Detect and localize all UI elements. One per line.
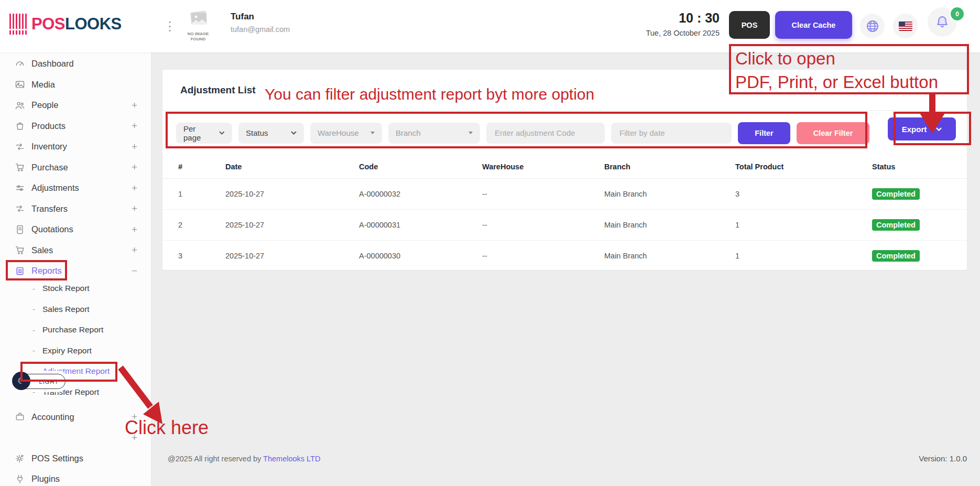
themelooks-link[interactable]: Themelooks LTD <box>263 455 320 463</box>
logo-text: POSLOOKS <box>31 14 122 35</box>
products-icon <box>15 121 25 131</box>
status-badge: Completed <box>872 219 920 231</box>
sidebar-item-plugins[interactable]: Plugins <box>0 469 151 486</box>
table-header-row: # Date Code WareHouse Branch Total Produ… <box>162 155 967 179</box>
sidebar-item-label: Transfers <box>31 204 132 214</box>
clock-time: 10 : 30 <box>679 10 720 26</box>
sidebar-item-purchase[interactable]: Purchase + <box>0 157 151 178</box>
expand-icon[interactable]: + <box>132 141 137 153</box>
pos-button[interactable]: POS <box>729 11 770 39</box>
sidebar-subitem-expiry-report[interactable]: - Expiry Report <box>0 340 151 361</box>
table-row: 1 2025-10-27 A-00000032 -- Main Branch 3… <box>162 179 967 210</box>
sidebar-subitem-stock-report[interactable]: - Stock Report <box>0 278 151 299</box>
sidebar-item-transfers[interactable]: Transfers + <box>0 199 151 220</box>
sidebar: Dashboard Media People + Products + Inve… <box>0 52 151 486</box>
expand-icon[interactable]: + <box>132 411 137 423</box>
version-text: Version: 1.0.0 <box>919 454 967 463</box>
sidebar-item-label: Media <box>31 80 137 90</box>
expand-icon[interactable]: + <box>132 100 137 111</box>
app-window: POSLOOKS ⋮ NO IMAGEFOUND Tufan tufan@gma… <box>0 0 980 486</box>
sidebar-item-label: Purchase <box>31 163 132 172</box>
no-image-caption: NO IMAGEFOUND <box>184 31 212 42</box>
hidden-item-icon <box>15 433 25 443</box>
expand-icon[interactable]: + <box>132 203 137 214</box>
filter-button[interactable]: Filter <box>738 122 790 144</box>
plugins-icon <box>15 474 25 484</box>
col-header: Date <box>225 163 359 171</box>
settings-gear-icon <box>15 453 25 463</box>
status-badge: Completed <box>872 188 920 200</box>
theme-toggle-label: LIGHT <box>39 379 59 385</box>
people-icon <box>15 100 25 111</box>
user-avatar[interactable]: NO IMAGEFOUND <box>184 10 212 42</box>
collapse-icon[interactable]: − <box>132 265 137 277</box>
sidebar-item-inventory[interactable]: Inventory + <box>0 136 151 157</box>
triangle-down-icon <box>371 132 375 134</box>
status-select[interactable]: Status <box>238 123 304 144</box>
sidebar-item-products[interactable]: Products + <box>0 116 151 137</box>
theme-toggle[interactable]: ☾ LIGHT <box>13 374 66 389</box>
table-row: 3 2025-10-27 A-00000030 -- Main Branch 1… <box>162 241 967 271</box>
sidebar-item-adjustments[interactable]: Adjustments + <box>0 178 151 199</box>
sidebar-collapse-icon[interactable]: ⋮ <box>164 15 176 38</box>
notification-count-badge: 0 <box>950 6 965 21</box>
sidebar-item-label: Reports <box>31 266 132 276</box>
reports-icon <box>15 266 25 276</box>
sidebar-item-sales[interactable]: Sales + <box>0 240 151 261</box>
warehouse-select[interactable]: WareHouse <box>310 123 382 144</box>
sidebar-item-label: Sales <box>31 245 132 255</box>
col-header: Branch <box>604 163 735 171</box>
filter-bar: Per page Status WareHouse Branch Filt <box>162 111 967 155</box>
status-badge: Completed <box>872 250 920 262</box>
sidebar-item-label: People <box>31 100 132 110</box>
table-row: 2 2025-10-27 A-00000031 -- Main Branch 1… <box>162 210 967 241</box>
us-flag-icon <box>899 21 912 31</box>
sidebar-item-label: Quotations <box>31 224 132 234</box>
moon-icon: ☾ <box>12 372 30 390</box>
sidebar-item-media[interactable]: Media <box>0 74 151 95</box>
sidebar-item-quotations[interactable]: Quotations + <box>0 219 151 240</box>
user-name[interactable]: Tufan <box>231 12 254 22</box>
chevron-down-icon <box>291 131 297 135</box>
sidebar-item-pos-settings[interactable]: POS Settings <box>0 448 151 469</box>
date-filter-input[interactable] <box>611 123 732 144</box>
col-header: Code <box>359 163 482 171</box>
sidebar-item-label: Plugins <box>31 474 137 484</box>
sidebar-subitem-purchase-report[interactable]: - Purchase Report <box>0 320 151 341</box>
user-email: tufan@gmail.com <box>231 25 290 34</box>
clear-filter-button[interactable]: Clear Filter <box>797 122 869 144</box>
main-content: Adjustment List Per page Status WareHous… <box>151 52 980 486</box>
adjustments-icon <box>15 183 25 193</box>
expand-icon[interactable]: + <box>132 182 137 194</box>
expand-icon[interactable]: + <box>132 224 137 235</box>
expand-icon[interactable]: + <box>132 120 137 132</box>
sidebar-item-hidden[interactable]: + <box>0 427 151 448</box>
clock-date: Tue, 28 October 2025 <box>646 29 720 37</box>
per-page-select[interactable]: Per page <box>176 123 232 144</box>
branch-select[interactable]: Branch <box>388 123 480 144</box>
sidebar-item-accounting[interactable]: Accounting + <box>0 407 151 428</box>
poslooks-logo[interactable]: POSLOOKS <box>9 14 122 35</box>
expand-icon[interactable]: + <box>132 161 137 173</box>
adjustment-code-input[interactable] <box>486 123 605 144</box>
expand-icon[interactable]: + <box>132 244 137 256</box>
clear-cache-button[interactable]: Clear Cache <box>775 11 852 39</box>
expand-icon[interactable]: + <box>132 432 137 444</box>
col-header: # <box>178 163 225 171</box>
language-globe-button[interactable] <box>860 14 885 38</box>
top-header: POSLOOKS ⋮ NO IMAGEFOUND Tufan tufan@gma… <box>0 0 980 52</box>
dashboard-icon <box>15 59 25 69</box>
sidebar-item-label: Adjustments <box>31 183 132 193</box>
col-header: Total Product <box>735 163 872 171</box>
sales-icon <box>15 245 25 255</box>
sidebar-subitem-sales-report[interactable]: - Sales Report <box>0 299 151 320</box>
export-button[interactable]: Export <box>888 117 956 141</box>
bell-icon <box>934 14 950 30</box>
globe-icon <box>866 19 879 33</box>
triangle-down-icon <box>469 132 473 134</box>
sidebar-item-people[interactable]: People + <box>0 95 151 116</box>
sidebar-item-dashboard[interactable]: Dashboard <box>0 53 151 74</box>
locale-flag-button[interactable] <box>893 14 918 38</box>
dash-bullet: - <box>32 346 35 355</box>
transfers-icon <box>15 203 25 214</box>
